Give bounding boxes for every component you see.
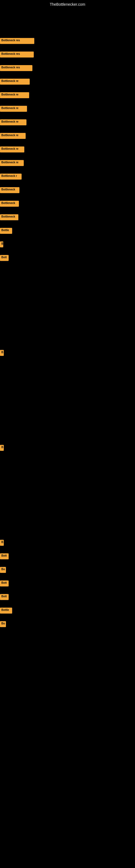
bottleneck-badge-b26: Bo xyxy=(0,621,6,627)
bottleneck-badge-b16: B xyxy=(0,241,3,247)
bottleneck-badge-b20: B xyxy=(0,540,4,546)
bottleneck-badge-b6: Bottleneck re xyxy=(0,106,27,112)
bottleneck-badge-b1: Bottleneck res xyxy=(0,38,34,44)
bottleneck-badge-b13: Bottleneck xyxy=(0,201,19,207)
bottleneck-badge-b25: Bottle xyxy=(0,608,12,614)
bottleneck-badge-b23: Bott xyxy=(0,581,9,586)
bottleneck-badge-b9: Bottleneck re xyxy=(0,147,24,152)
bottleneck-badge-b19: B xyxy=(0,445,4,451)
bottleneck-badge-b18: B xyxy=(0,350,4,356)
bottleneck-badge-b11: Bottleneck r xyxy=(0,174,21,180)
bottleneck-badge-b3: Bottleneck res xyxy=(0,65,32,71)
bottleneck-badge-b2: Bottleneck res xyxy=(0,52,34,58)
bottleneck-badge-b4: Bottleneck re xyxy=(0,79,30,85)
bottleneck-badge-b12: Bottleneck xyxy=(0,187,19,193)
bottleneck-badge-b10: Bottleneck re xyxy=(0,160,24,166)
site-title: TheBottlenecker.com xyxy=(0,0,135,9)
bottleneck-badge-b24: Bott xyxy=(0,594,9,600)
bottleneck-badge-b14: Bottleneck xyxy=(0,214,18,220)
bottleneck-badge-b21: Bott xyxy=(0,553,9,559)
bottleneck-badge-b15: Bottle xyxy=(0,228,12,234)
bottleneck-badge-b5: Bottleneck re xyxy=(0,92,29,98)
bottleneck-badge-b8: Bottleneck re xyxy=(0,133,26,139)
bottleneck-badge-b17: Bott xyxy=(0,255,9,261)
bottleneck-badge-b22: Bo xyxy=(0,567,6,573)
bottleneck-badge-b7: Bottleneck re xyxy=(0,119,27,125)
